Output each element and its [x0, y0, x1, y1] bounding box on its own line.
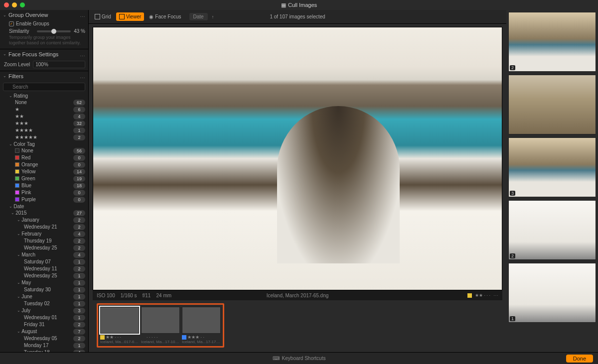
sidebar: ⌄ Group Overview … ✓ Enable Groups Simil…	[0, 10, 89, 352]
maximize-icon[interactable]	[20, 2, 25, 7]
image-info-bar: ISO 100 1/160 s f/11 24 mm Iceland, Marc…	[93, 290, 502, 300]
grid-button[interactable]: Grid	[92, 12, 114, 21]
chevron-down-icon: ⌄	[3, 74, 6, 78]
more-icon[interactable]: ⋯	[493, 293, 498, 298]
section-title: Face Focus Settings	[8, 51, 58, 57]
date-filter[interactable]: ⌄ June1	[0, 293, 88, 300]
more-icon[interactable]: …	[80, 12, 85, 18]
rating-filter[interactable]: ★★★32	[0, 120, 88, 127]
group-thumb[interactable]: 1	[508, 263, 596, 323]
selection-status: 1 of 107 images selected	[270, 14, 325, 19]
similarity-value: 43 %	[74, 28, 85, 34]
date-filter[interactable]: Monday 171	[0, 342, 88, 349]
group-count-badge: 2	[510, 253, 515, 258]
minimize-icon[interactable]	[12, 2, 17, 7]
filter-date-header[interactable]: ⌄ Date	[0, 203, 88, 210]
section-filters[interactable]: ⌄ Filters …	[0, 71, 88, 81]
date-filter[interactable]: ⌄ August7	[0, 328, 88, 335]
filmstrip-thumb[interactable]: · · · · ·Iceland, Ma...17-105.cr2	[141, 307, 180, 344]
date-filter[interactable]: Wednesday 252	[0, 244, 88, 251]
group-thumb[interactable]: 3	[508, 137, 596, 197]
date-filter[interactable]: Wednesday 251	[0, 272, 88, 279]
color-filter[interactable]: Green19	[0, 175, 88, 182]
chevron-down-icon: ⌄	[9, 204, 13, 209]
keyboard-shortcuts-button[interactable]: ⌨ Keyboard Shortcuts	[273, 356, 326, 361]
color-tag-icon[interactable]	[467, 293, 472, 298]
group-thumb[interactable]: 2	[508, 12, 596, 72]
checkbox-icon[interactable]: ✓	[9, 21, 14, 26]
color-tag-icon	[141, 335, 146, 340]
color-tag-icon	[182, 335, 186, 340]
filter-rating-header[interactable]: ⌄ Rating	[0, 93, 88, 99]
color-tag-icon	[100, 335, 105, 340]
date-filter[interactable]: ⌄ May1	[0, 279, 88, 286]
help-text: Temporarily group your images together b…	[0, 35, 88, 49]
viewer-icon	[119, 14, 125, 19]
face-focus-button[interactable]: ◉Face Focus	[146, 12, 184, 21]
filmstrip-thumb[interactable]: ★★★ · ·Iceland, Ma...17-174.dng	[182, 307, 221, 344]
color-filter[interactable]: Red0	[0, 154, 88, 161]
date-filter[interactable]: Tuesday 021	[0, 300, 88, 307]
enable-groups-row[interactable]: ✓ Enable Groups	[0, 20, 88, 27]
toolbar: Grid Viewer ◉Face Focus Date ↑ 1 of 107 …	[89, 10, 506, 24]
main-image[interactable]	[93, 27, 502, 290]
filter-colortag-header[interactable]: ⌄ Color Tag	[0, 141, 88, 147]
group-thumb[interactable]: 2	[508, 200, 596, 260]
section-title: Filters	[8, 73, 23, 79]
rating-filter[interactable]: ★6	[0, 106, 88, 113]
filmstrip: ★★ · · ·Iceland, Ma...017-65.dng· · · · …	[93, 300, 502, 352]
footer: ⌨ Keyboard Shortcuts Done	[0, 352, 598, 364]
date-filter[interactable]: Friday 312	[0, 321, 88, 328]
chevron-down-icon: ⌄	[9, 142, 13, 146]
date-filter[interactable]: Wednesday 011	[0, 314, 88, 321]
keyboard-icon: ⌨	[273, 356, 280, 361]
date-filter[interactable]: Thursday 192	[0, 238, 88, 244]
rating-stars[interactable]: ★★ · · ·	[475, 293, 490, 298]
group-count-badge: 1	[510, 316, 515, 321]
chevron-down-icon: ⌄	[9, 94, 13, 98]
date-filter[interactable]: Saturday 071	[0, 258, 88, 265]
section-face-focus[interactable]: ⌄ Face Focus Settings …	[0, 49, 88, 59]
sort-select[interactable]: Date	[189, 13, 208, 20]
grid-icon	[95, 14, 100, 19]
color-filter[interactable]: Orange0	[0, 161, 88, 168]
date-filter[interactable]: Wednesday 112	[0, 265, 88, 272]
viewer-button[interactable]: Viewer	[116, 12, 144, 21]
sort-asc-icon[interactable]: ↑	[212, 14, 214, 19]
rating-filter[interactable]: ★★★★★2	[0, 134, 88, 141]
date-filter[interactable]: Wednesday 052	[0, 335, 88, 342]
filmstrip-group-highlight: ★★ · · ·Iceland, Ma...017-65.dng· · · · …	[97, 303, 224, 348]
zoom-row: Zoom Level 100%	[0, 59, 88, 71]
date-filter[interactable]: ⌄ July3	[0, 307, 88, 314]
date-filter[interactable]: Saturday 301	[0, 286, 88, 293]
done-button[interactable]: Done	[566, 355, 593, 363]
date-filter[interactable]: Wednesday 212	[0, 224, 88, 231]
zoom-select[interactable]: 100%	[33, 61, 85, 68]
color-filter[interactable]: Blue18	[0, 182, 88, 189]
doc-icon: ▦	[281, 2, 286, 8]
color-filter[interactable]: Yellow14	[0, 168, 88, 175]
titlebar: ▦Cull Images	[0, 0, 598, 10]
close-icon[interactable]	[4, 2, 9, 7]
rating-filter[interactable]: None62	[0, 99, 88, 106]
window-title: Cull Images	[288, 2, 317, 8]
date-filter[interactable]: ⌄ March4	[0, 251, 88, 258]
date-filter[interactable]: ⌄ January2	[0, 217, 88, 224]
date-filter[interactable]: ⌄ 201527	[0, 210, 88, 217]
group-thumb[interactable]	[508, 75, 596, 134]
more-icon[interactable]: …	[80, 51, 85, 57]
rating-filter[interactable]: ★★★★1	[0, 127, 88, 134]
color-filter[interactable]: Purple0	[0, 196, 88, 203]
right-panel: 2321	[506, 10, 598, 352]
filmstrip-thumb[interactable]: ★★ · · ·Iceland, Ma...017-65.dng	[100, 307, 139, 344]
group-count-badge: 3	[510, 191, 515, 196]
date-filter[interactable]: ⌄ February4	[0, 231, 88, 238]
similarity-slider[interactable]	[37, 30, 71, 32]
search-input[interactable]	[3, 83, 85, 91]
color-filter[interactable]: Pink0	[0, 189, 88, 196]
color-filter[interactable]: None56	[0, 147, 88, 154]
main-pane: Grid Viewer ◉Face Focus Date ↑ 1 of 107 …	[89, 10, 506, 352]
rating-filter[interactable]: ★★4	[0, 113, 88, 120]
section-group-overview[interactable]: ⌄ Group Overview …	[0, 10, 88, 20]
more-icon[interactable]: …	[80, 73, 85, 79]
